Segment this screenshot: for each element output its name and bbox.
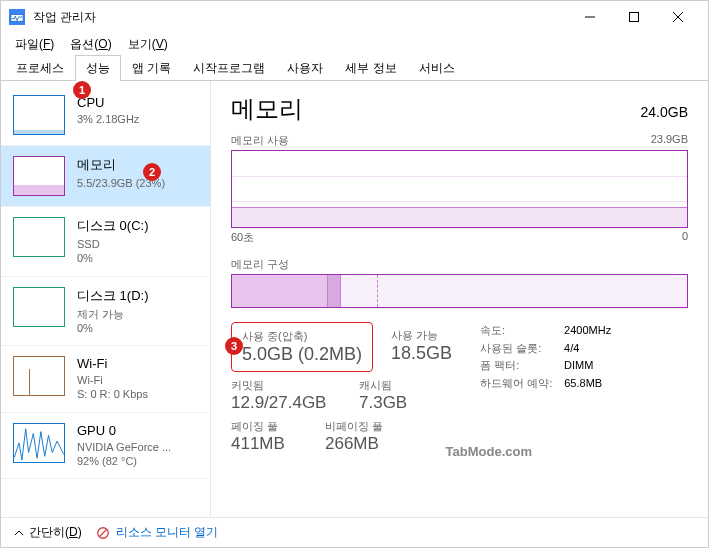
chevron-up-icon [13,527,25,539]
maximize-button[interactable] [612,2,656,32]
composition-chart-label: 메모리 구성 [231,257,289,272]
sidebar-item-disk0[interactable]: 디스크 0(C:) SSD 0% [1,207,210,277]
available-label: 사용 가능 [391,328,452,343]
usage-chart-label: 메모리 사용 [231,133,289,148]
sidebar-item-label: 디스크 1(D:) [77,287,198,305]
svg-line-6 [99,529,106,536]
sidebar-item-sub2: 0% [77,251,198,265]
sidebar-item-wifi[interactable]: Wi-Fi Wi-Fi S: 0 R: 0 Kbps [1,346,210,413]
paged-value: 411MB [231,434,307,454]
in-use-highlight: 사용 중(압축) 5.0GB (0.2MB) [231,322,373,372]
tab-details[interactable]: 세부 정보 [334,55,407,80]
usage-chart-max: 23.9GB [651,133,688,148]
annotation-badge-3: 3 [225,337,243,355]
sidebar: CPU 3% 2.18GHz 메모리 5.5/23.9GB (23%) 디스크 … [1,81,211,517]
sidebar-item-gpu[interactable]: GPU 0 NVIDIA GeForce ... 92% (82 °C) [1,413,210,480]
memory-composition-chart[interactable] [231,274,688,308]
tabs: 프로세스 성능 앱 기록 시작프로그램 사용자 세부 정보 서비스 [1,55,708,81]
sidebar-item-sub2: 92% (82 °C) [77,454,198,468]
in-use-value: 5.0GB (0.2MB) [242,344,362,365]
sidebar-item-memory[interactable]: 메모리 5.5/23.9GB (23%) [1,146,210,207]
sidebar-item-sub2: S: 0 R: 0 Kbps [77,387,198,401]
cached-value: 7.3GB [359,393,407,413]
available-value: 18.5GB [391,343,452,364]
sidebar-item-label: CPU [77,95,198,110]
content: CPU 3% 2.18GHz 메모리 5.5/23.9GB (23%) 디스크 … [1,81,708,517]
footer: 간단히(D) 리소스 모니터 열기 [1,517,708,547]
cpu-thumb-icon [13,95,65,135]
resource-monitor-link[interactable]: 리소스 모니터 열기 [96,524,219,541]
spec-form-val: DIMM [564,357,593,375]
stats-area: 사용 중(압축) 5.0GB (0.2MB) 사용 가능 18.5GB 커밋됨 … [231,322,688,454]
tab-users[interactable]: 사용자 [276,55,334,80]
sidebar-item-label: Wi-Fi [77,356,198,371]
memory-thumb-icon [13,156,65,196]
annotation-badge-2: 2 [143,163,161,181]
committed-value: 12.9/27.4GB [231,393,341,413]
sidebar-item-sub: 5.5/23.9GB (23%) [77,176,198,190]
sidebar-item-label: 메모리 [77,156,198,174]
sidebar-item-sub: SSD [77,237,198,251]
paged-label: 페이징 풀 [231,419,307,434]
menu-file[interactable]: 파일(F) [9,34,60,55]
committed-label: 커밋됨 [231,378,341,393]
gpu-thumb-icon [13,423,65,463]
chart-x-right: 0 [682,230,688,245]
sidebar-item-sub: 3% 2.18GHz [77,112,198,126]
cached-label: 캐시됨 [359,378,407,393]
resource-monitor-icon [96,526,110,540]
sidebar-item-label: 디스크 0(C:) [77,217,198,235]
spec-slots-val: 4/4 [564,340,579,358]
total-memory: 24.0GB [641,104,688,120]
chart-x-left: 60초 [231,230,254,245]
titlebar: 작업 관리자 [1,1,708,33]
nonpaged-value: 266MB [325,434,383,454]
spec-reserved-key: 하드웨어 예약: [480,375,552,393]
sidebar-item-sub: 제거 가능 [77,307,198,321]
menu-view[interactable]: 보기(V) [122,34,174,55]
close-button[interactable] [656,2,700,32]
sidebar-item-disk1[interactable]: 디스크 1(D:) 제거 가능 0% [1,277,210,347]
spec-reserved-val: 65.8MB [564,375,602,393]
memory-usage-chart[interactable] [231,150,688,228]
sidebar-item-sub: NVIDIA GeForce ... [77,440,198,454]
tab-processes[interactable]: 프로세스 [5,55,75,80]
window-title: 작업 관리자 [33,9,568,26]
annotation-badge-1: 1 [73,81,91,99]
spec-speed-val: 2400MHz [564,322,611,340]
main-panel: 메모리 24.0GB 메모리 사용 23.9GB 60초 0 [211,81,708,517]
sidebar-item-cpu[interactable]: CPU 3% 2.18GHz [1,85,210,146]
sidebar-item-label: GPU 0 [77,423,198,438]
spec-speed-key: 속도: [480,322,552,340]
spec-slots-key: 사용된 슬롯: [480,340,552,358]
wifi-thumb-icon [13,356,65,396]
task-manager-window: 작업 관리자 파일(F) 옵션(O) 보기(V) 프로세스 성능 앱 기록 시작… [0,0,709,548]
disk-thumb-icon [13,287,65,327]
nonpaged-label: 비페이징 풀 [325,419,383,434]
tab-app-history[interactable]: 앱 기록 [121,55,182,80]
in-use-label: 사용 중(압축) [242,329,362,344]
sidebar-item-sub: Wi-Fi [77,373,198,387]
minimize-button[interactable] [568,2,612,32]
tab-startup[interactable]: 시작프로그램 [182,55,276,80]
page-title: 메모리 [231,93,303,125]
menu-options[interactable]: 옵션(O) [64,34,117,55]
app-icon [9,9,25,25]
sidebar-item-sub2: 0% [77,321,198,335]
fewer-details-toggle[interactable]: 간단히(D) [13,524,82,541]
spec-form-key: 폼 팩터: [480,357,552,375]
disk-thumb-icon [13,217,65,257]
svg-rect-2 [630,13,639,22]
menubar: 파일(F) 옵션(O) 보기(V) [1,33,708,55]
spec-table: 속도:2400MHz 사용된 슬롯:4/4 폼 팩터:DIMM 하드웨어 예약:… [480,322,611,454]
tab-performance[interactable]: 성능 [75,55,121,80]
tab-services[interactable]: 서비스 [408,55,466,80]
